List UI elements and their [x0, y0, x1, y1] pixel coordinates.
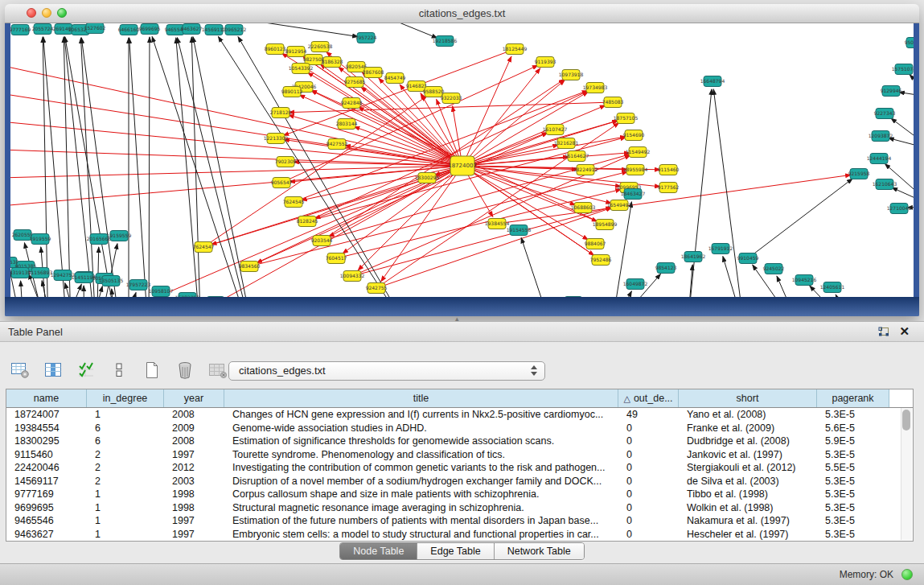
- graph-node[interactable]: 8960123: [265, 44, 286, 55]
- graph-node[interactable]: 18641962: [681, 252, 706, 262]
- window-titlebar[interactable]: citations_edges.txt: [5, 4, 919, 23]
- graph-node[interactable]: 16791912: [708, 244, 733, 254]
- graph-node[interactable]: 7957224: [355, 33, 377, 43]
- table-settings-button[interactable]: [10, 360, 31, 381]
- graph-node[interactable]: 9215958: [848, 169, 870, 179]
- column-header-pagerank[interactable]: pagerank: [817, 389, 889, 407]
- graph-node[interactable]: 13505135: [99, 276, 124, 286]
- graph-node[interactable]: 16164627: [565, 151, 589, 162]
- column-header-in_degree[interactable]: in_degree: [87, 389, 164, 407]
- graph-node[interactable]: 9275685: [344, 77, 366, 88]
- graph-node[interactable]: 10958107: [149, 286, 174, 297]
- graph-node[interactable]: 8912954: [285, 47, 307, 57]
- graph-edge[interactable]: [10, 93, 462, 166]
- graph-edge[interactable]: [177, 38, 257, 297]
- graph-node[interactable]: 17957223: [126, 280, 151, 290]
- graph-edge[interactable]: [149, 37, 150, 297]
- graph-edge[interactable]: [129, 38, 149, 297]
- graph-node[interactable]: 12405611: [820, 282, 845, 293]
- graph-node[interactable]: 9884067: [585, 239, 606, 249]
- graph-node[interactable]: 16049872: [623, 279, 648, 290]
- graph-node[interactable]: 9227343: [874, 109, 896, 119]
- select-rows-button[interactable]: [76, 360, 97, 381]
- graph-node[interactable]: 9177562: [658, 183, 680, 193]
- graph-node[interactable]: 19218586: [433, 36, 458, 47]
- graph-edge[interactable]: [191, 37, 201, 297]
- graph-node[interactable]: 9890112: [281, 87, 303, 97]
- tab-edge-table[interactable]: Edge Table: [417, 543, 494, 559]
- graph-node[interactable]: 9504567: [905, 38, 914, 48]
- graph-node[interactable]: 18224912: [573, 165, 598, 175]
- table-row[interactable]: 977716911998Corpus callosum shape and si…: [6, 488, 913, 501]
- graph-node[interactable]: 10094332: [340, 271, 365, 282]
- graph-node[interactable]: 9699695: [139, 24, 161, 35]
- graph-edge[interactable]: [688, 89, 712, 297]
- graph-node[interactable]: 8427552: [326, 139, 348, 150]
- graph-node[interactable]: 18300295: [415, 173, 440, 183]
- graph-node[interactable]: 9854123: [655, 263, 677, 274]
- graph-node[interactable]: 10543392: [289, 64, 314, 74]
- graph-node[interactable]: 19159559: [107, 231, 132, 241]
- table-row[interactable]: 946554611997Estimation of the future num…: [6, 514, 913, 528]
- column-header-out_de[interactable]: △out_de...: [618, 389, 679, 407]
- graph-node[interactable]: 9463627: [181, 24, 203, 35]
- table-row[interactable]: 2242004622012Investigating the contribut…: [6, 461, 913, 475]
- table-row[interactable]: 969969511998Structural magnetic resonanc…: [6, 501, 913, 515]
- graph-node[interactable]: 19734983: [583, 83, 608, 93]
- column-header-year[interactable]: year: [164, 389, 224, 407]
- graph-node[interactable]: 9154690: [623, 130, 645, 141]
- graph-node[interactable]: 10945216: [792, 275, 817, 286]
- graph-edge[interactable]: [43, 37, 72, 297]
- graph-node[interactable]: 9056547: [271, 178, 293, 188]
- graph-node[interactable]: 2803144: [336, 119, 358, 130]
- graph-node[interactable]: 2718120: [270, 108, 292, 118]
- graph-node[interactable]: 13216281: [554, 138, 579, 149]
- graph-node[interactable]: 22260538: [308, 42, 333, 52]
- graph-node[interactable]: 11451194: [72, 273, 97, 283]
- graph-node[interactable]: 1527602: [84, 23, 106, 34]
- graph-edge[interactable]: [64, 37, 72, 297]
- graph-node[interactable]: 6466160: [118, 25, 140, 35]
- graph-node[interactable]: 9245022: [763, 264, 785, 274]
- graph-node[interactable]: 18954899: [593, 220, 618, 230]
- graph-edge[interactable]: [611, 291, 631, 297]
- graph-node[interactable]: 9115460: [658, 165, 680, 175]
- graph-node[interactable]: 10965212: [222, 25, 247, 35]
- graph-node[interactable]: 7624545: [283, 197, 305, 208]
- graph-edge[interactable]: [81, 38, 97, 297]
- graph-edge[interactable]: [176, 38, 201, 297]
- float-panel-button[interactable]: [877, 326, 890, 339]
- table-row[interactable]: 1456911722003Disruption of a novel membe…: [6, 475, 913, 488]
- graph-edge[interactable]: [891, 118, 914, 150]
- graph-node[interactable]: 7604517: [326, 253, 347, 264]
- graph-node[interactable]: 11549492: [626, 147, 651, 158]
- graph-node[interactable]: 7624547: [193, 242, 215, 253]
- graph-edge[interactable]: [21, 281, 24, 297]
- close-panel-button[interactable]: ✕: [899, 324, 910, 339]
- graph-node[interactable]: 9203544: [311, 236, 333, 246]
- table-row[interactable]: 1872400712008Changes of HCN gene express…: [6, 408, 913, 422]
- graph-node[interactable]: 9777169: [10, 25, 31, 35]
- vertical-scrollbar[interactable]: [901, 408, 912, 540]
- graph-node[interactable]: 7902309: [275, 157, 297, 167]
- network-graph[interactable]: 9777169205572426914061065328715276026466…: [10, 23, 914, 297]
- column-header-name[interactable]: name: [6, 389, 87, 407]
- graph-node[interactable]: 15751074: [892, 64, 914, 75]
- row-height-button[interactable]: [109, 360, 129, 381]
- tab-node-table[interactable]: Node Table: [340, 543, 417, 559]
- scrollbar-thumb[interactable]: [902, 410, 910, 431]
- graph-node[interactable]: 9119393: [535, 57, 556, 68]
- graph-node[interactable]: 7952486: [590, 255, 612, 266]
- graph-node[interactable]: 16549492: [607, 200, 632, 211]
- column-header-short[interactable]: short: [679, 389, 817, 407]
- graph-node[interactable]: 12710045: [887, 204, 912, 214]
- new-column-button[interactable]: [142, 360, 162, 381]
- graph-node[interactable]: 2055724: [32, 24, 54, 35]
- graph-node[interactable]: 16107427: [543, 125, 568, 135]
- graph-node[interactable]: 9129946: [881, 86, 902, 97]
- graph-edge[interactable]: [336, 189, 621, 258]
- graph-node[interactable]: 18724007: [448, 156, 477, 175]
- graph-node[interactable]: 1919559: [30, 234, 51, 245]
- graph-node[interactable]: 12093872: [869, 131, 893, 142]
- table-row[interactable]: 1830029562008Estimation of significance …: [6, 435, 913, 448]
